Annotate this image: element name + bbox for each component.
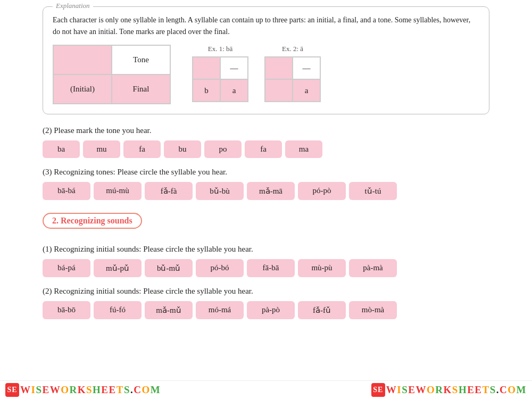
pill-bu-bu[interactable]: bǔ-bù [196,182,244,200]
section2-badge: 2. Recognizing sounds [43,213,142,229]
pill-mu[interactable]: mu [83,140,120,158]
pill-ma-mu[interactable]: mǎ-mǔ [145,301,193,319]
footer-right-icon: SE [371,383,385,397]
q2-pill-row: ba mu fa bu po fa ma [43,140,489,158]
pill-fu-fo[interactable]: fú-fó [94,301,142,319]
explanation-label: Explanation [53,2,93,10]
pill-ba-pa[interactable]: bá-pá [43,259,90,277]
example-2-block: Ex. 2: ā — a [264,45,321,102]
ex2-bottom-left [265,79,293,102]
pill-fa-fu[interactable]: fǎ-fǔ [298,301,346,319]
pill-fa1[interactable]: fa [123,140,161,158]
pill-ba[interactable]: ba [43,140,80,158]
pill-mu-mu[interactable]: mú-mù [94,182,142,200]
diagram-area: Tone (Initial) Final Ex. 1: bā — b [53,45,479,104]
ex2-top-left [265,57,293,79]
pill-bu[interactable]: bu [164,140,201,158]
grid-tone-cell: Tone [112,45,170,74]
pill-po-bo[interactable]: pó-bó [196,259,244,277]
pill-ma-ma[interactable]: mǎ-mā [247,182,295,200]
q3-instruction: (3) Recognizing tones: Please circle the… [43,168,489,177]
ex2-top-right: — [293,57,320,79]
ex1-bottom-right: a [220,79,248,102]
explanation-text: Each character is only one syllable in l… [53,14,479,37]
example-1-label: Ex. 1: bā [208,45,233,53]
pill-ba-ba[interactable]: bā-bá [43,182,90,200]
grid-final-cell: Final [112,74,170,104]
footer-left-text: WISEWORKSHEETS.COM [20,384,161,396]
pill-po-po[interactable]: pó-pò [298,182,346,200]
grid-initial-cell: (Initial) [53,74,112,104]
pill-mu-pu[interactable]: mǔ-pǔ [94,259,142,277]
example-1-block: Ex. 1: bā — b a [192,45,248,102]
pill-fa2[interactable]: fa [245,140,282,158]
examples-area: Ex. 1: bā — b a Ex. 2: ā — a [192,45,321,102]
footer-left-icon: SE [5,383,19,397]
s2-q1-instruction: (1) Recognizing initial sounds: Please c… [43,245,489,254]
pill-fa-fa[interactable]: fǎ-fà [145,182,193,200]
pill-bu-mu[interactable]: bǔ-mǔ [145,259,193,277]
q3-pill-row: bā-bá mú-mù fǎ-fà bǔ-bù mǎ-mā pó-pò tǔ-t… [43,182,489,200]
s2-q2-instruction: (2) Recognizing initial sounds: Please c… [43,287,489,296]
footer-right-text: WISEWORKSHEETS.COM [386,384,527,396]
s2-q2-pill-row: bā-bō fú-fó mǎ-mǔ mó-má pà-pò fǎ-fǔ mò-m… [43,301,489,319]
explanation-box: Explanation Each character is only one s… [43,6,489,114]
pill-pa-ma[interactable]: pà-mà [349,259,397,277]
example-1-grid: — b a [192,56,248,102]
footer-left-brand: SE WISEWORKSHEETS.COM [0,383,166,397]
example-2-grid: — a [264,56,321,102]
pill-mo-ma[interactable]: mó-má [196,301,244,319]
pill-fa-ba[interactable]: fā-bā [247,259,295,277]
footer-right-brand: SE WISEWORKSHEETS.COM [366,383,532,397]
grid-top-left [53,45,112,74]
pill-tu-tu[interactable]: tǔ-tú [349,182,397,200]
pill-mo-ma2[interactable]: mò-mà [349,301,397,319]
s2-q1-pill-row: bá-pá mǔ-pǔ bǔ-mǔ pó-bó fā-bā mù-pù pà-m… [43,259,489,277]
pill-ba-bo[interactable]: bā-bō [43,301,90,319]
ex2-bottom-right: a [293,79,320,102]
footer: SE WISEWORKSHEETS.COM SE WISEWORKSHEETS.… [0,380,532,399]
ex1-top-left [193,57,220,79]
syllable-structure-grid: Tone (Initial) Final [53,45,171,104]
ex1-top-right: — [220,57,248,79]
pill-pa-po[interactable]: pà-pò [247,301,295,319]
pill-ma[interactable]: ma [285,140,322,158]
pill-po[interactable]: po [204,140,242,158]
q2-instruction: (2) Please mark the tone you hear. [43,126,489,135]
pill-mu-pu2[interactable]: mù-pù [298,259,346,277]
example-2-label: Ex. 2: ā [282,45,303,53]
ex1-bottom-left: b [193,79,220,102]
